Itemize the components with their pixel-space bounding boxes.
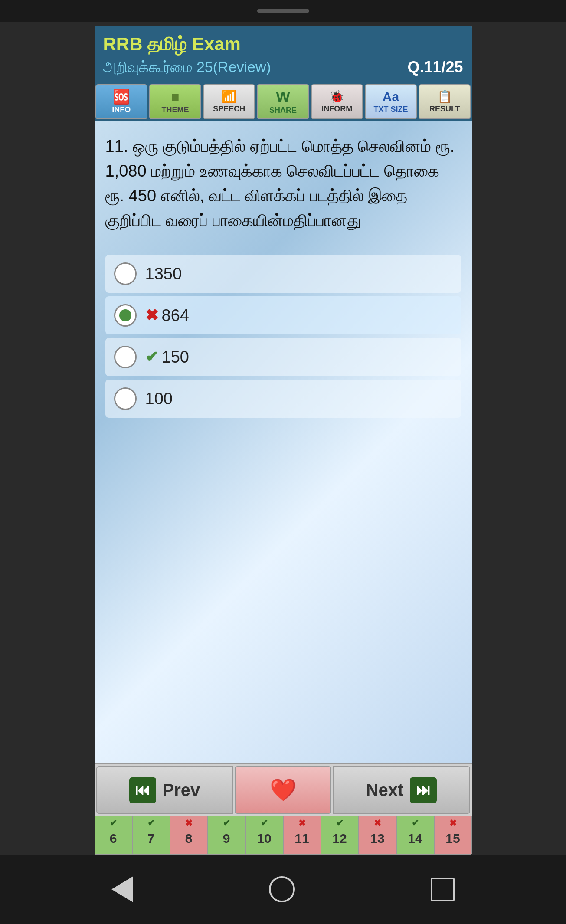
- option-1-value: 1350: [145, 265, 182, 283]
- option-3-label: ✔ 150: [145, 348, 189, 367]
- app-subtitle: அறிவுக்கூர்மை 25(Review): [103, 59, 271, 76]
- q-num-8: 8: [185, 831, 193, 846]
- speech-label: SPEECH: [213, 105, 245, 114]
- cross-icon-2: ✖: [145, 306, 158, 324]
- bottom-nav: [0, 855, 566, 924]
- next-button[interactable]: Next ⏭: [333, 766, 470, 814]
- cross-indicator-15: ✖: [449, 818, 457, 828]
- q-num-13: 13: [370, 831, 384, 846]
- heart-icon: ❤️: [270, 777, 297, 803]
- option-4[interactable]: 100: [105, 380, 461, 418]
- result-button[interactable]: 📋 RESULT: [419, 84, 471, 119]
- q-nav-10[interactable]: ✔ 10: [245, 816, 283, 855]
- theme-button[interactable]: ■ THEME: [149, 84, 201, 119]
- radio-2: [114, 304, 137, 327]
- check-indicator-7: ✔: [147, 818, 155, 828]
- theme-label: THEME: [161, 105, 189, 115]
- q-num-12: 12: [332, 831, 347, 846]
- share-label: SHARE: [269, 106, 297, 115]
- subtitle-row: அறிவுக்கூர்மை 25(Review) Q.11/25: [103, 58, 463, 82]
- next-label: Next: [366, 780, 404, 800]
- txtsize-icon: Aa: [383, 90, 399, 103]
- nav-bar: ⏮ Prev ❤️ Next ⏭: [95, 763, 472, 816]
- txtsize-button[interactable]: Aa TXT SIZE: [365, 84, 417, 119]
- cross-indicator-13: ✖: [374, 818, 381, 828]
- home-button[interactable]: [269, 876, 295, 902]
- inform-button[interactable]: 🐞 INFORM: [311, 84, 363, 119]
- check-icon-3: ✔: [145, 348, 158, 366]
- q-num-9: 9: [223, 831, 230, 846]
- result-label: RESULT: [429, 105, 460, 114]
- question-nav: ✔ 6 ✔ 7 ✖ 8 ✔ 9 ✔ 10 ✖ 11: [95, 816, 472, 855]
- prev-label: Prev: [163, 780, 200, 800]
- q-num-15: 15: [445, 831, 460, 846]
- option-4-label: 100: [145, 390, 173, 408]
- info-button[interactable]: 🆘 INFO: [95, 84, 147, 119]
- q-nav-11[interactable]: ✖ 11: [283, 816, 321, 855]
- phone-container: RRB தமிழ் Exam அறிவுக்கூர்மை 25(Review) …: [0, 0, 566, 924]
- radio-2-inner: [119, 309, 131, 321]
- q-nav-15[interactable]: ✖ 15: [434, 816, 472, 855]
- check-indicator-6: ✔: [110, 818, 117, 828]
- prev-icon: ⏮: [129, 777, 156, 803]
- q-num-7: 7: [147, 831, 155, 846]
- recents-button[interactable]: [431, 878, 455, 901]
- radio-1: [114, 262, 137, 285]
- cross-indicator-8: ✖: [185, 818, 193, 828]
- option-2[interactable]: ✖ 864: [105, 296, 461, 334]
- prev-button[interactable]: ⏮ Prev: [96, 766, 233, 814]
- q-nav-14[interactable]: ✔ 14: [396, 816, 434, 855]
- q-nav-13[interactable]: ✖ 13: [359, 816, 396, 855]
- result-icon: 📋: [437, 91, 452, 103]
- share-button[interactable]: W SHARE: [257, 84, 309, 119]
- q-nav-8[interactable]: ✖ 8: [170, 816, 208, 855]
- speech-button[interactable]: 📶 SPEECH: [203, 84, 255, 119]
- status-dots: [257, 9, 309, 13]
- share-icon: W: [276, 89, 290, 104]
- back-button[interactable]: [111, 876, 133, 902]
- option-2-value: 864: [162, 306, 189, 325]
- option-3[interactable]: ✔ 150: [105, 338, 461, 376]
- q-nav-9[interactable]: ✔ 9: [208, 816, 245, 855]
- option-4-value: 100: [145, 390, 173, 408]
- question-text: 11. ஒரு குடும்பத்தில் ஏற்பட்ட மொத்த செலவ…: [105, 134, 461, 233]
- speech-icon: 📶: [222, 91, 237, 103]
- theme-icon: ■: [171, 90, 179, 104]
- option-2-label: ✖ 864: [145, 306, 189, 325]
- q-num-10: 10: [257, 831, 271, 846]
- status-bar: [0, 0, 566, 22]
- info-icon: 🆘: [113, 90, 130, 104]
- header: RRB தமிழ் Exam அறிவுக்கூர்மை 25(Review) …: [95, 26, 472, 82]
- cross-indicator-11: ✖: [298, 818, 306, 828]
- question-number: Q.11/25: [407, 58, 463, 76]
- q-num-11: 11: [294, 831, 309, 846]
- q-nav-12[interactable]: ✔ 12: [321, 816, 359, 855]
- q-num-6: 6: [110, 831, 117, 846]
- check-indicator-14: ✔: [412, 818, 419, 828]
- check-indicator-12: ✔: [336, 818, 344, 828]
- back-icon: [111, 876, 133, 902]
- txtsize-label: TXT SIZE: [374, 105, 408, 114]
- option-1[interactable]: 1350: [105, 255, 461, 293]
- option-1-label: 1350: [145, 265, 182, 283]
- options-container: 1350 ✖ 864: [105, 255, 461, 418]
- q-num-14: 14: [408, 831, 422, 846]
- heart-button[interactable]: ❤️: [235, 766, 331, 814]
- q-nav-6[interactable]: ✔ 6: [95, 816, 132, 855]
- content-area: 11. ஒரு குடும்பத்தில் ஏற்பட்ட மொத்த செலவ…: [95, 121, 472, 763]
- recents-icon: [431, 878, 455, 901]
- inform-icon: 🐞: [329, 91, 344, 103]
- inform-label: INFORM: [321, 105, 352, 114]
- home-icon: [269, 876, 295, 902]
- check-indicator-10: ✔: [261, 818, 268, 828]
- radio-3: [114, 346, 137, 368]
- check-indicator-9: ✔: [223, 818, 230, 828]
- app-container: RRB தமிழ் Exam அறிவுக்கூர்மை 25(Review) …: [95, 26, 472, 855]
- info-label: INFO: [112, 105, 131, 115]
- app-title: RRB தமிழ் Exam: [103, 34, 463, 55]
- toolbar: 🆘 INFO ■ THEME 📶 SPEECH W SHARE 🐞 INFORM…: [95, 82, 472, 121]
- next-icon: ⏭: [410, 777, 437, 803]
- option-3-value: 150: [162, 348, 189, 367]
- q-nav-7[interactable]: ✔ 7: [132, 816, 170, 855]
- radio-4: [114, 387, 137, 410]
